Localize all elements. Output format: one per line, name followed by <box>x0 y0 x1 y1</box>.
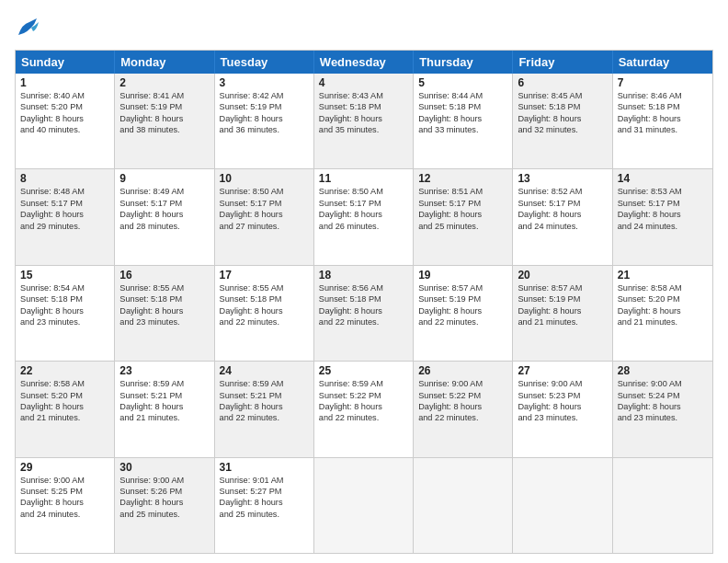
cell-info: Sunset: 5:25 PM <box>20 486 109 497</box>
calendar-cell: 11Sunrise: 8:50 AMSunset: 5:17 PMDayligh… <box>314 169 414 264</box>
cell-info: Sunrise: 9:00 AM <box>418 378 507 389</box>
cell-info: Sunset: 5:26 PM <box>119 486 209 497</box>
cell-info: Sunset: 5:19 PM <box>518 293 607 304</box>
day-number: 7 <box>618 76 708 89</box>
calendar-cell: 21Sunrise: 8:58 AMSunset: 5:20 PMDayligh… <box>613 266 712 361</box>
day-number: 3 <box>220 76 309 89</box>
cell-info: Daylight: 8 hours <box>618 113 708 124</box>
cell-info: Sunset: 5:17 PM <box>518 198 607 209</box>
calendar: SundayMondayTuesdayWednesdayThursdayFrid… <box>15 50 713 554</box>
header-day-wednesday: Wednesday <box>314 51 414 74</box>
cell-info: Sunrise: 8:52 AM <box>518 186 607 197</box>
cell-info: Daylight: 8 hours <box>20 305 109 316</box>
cell-info: Daylight: 8 hours <box>119 209 209 220</box>
cell-info: and 22 minutes. <box>319 412 408 423</box>
calendar-cell <box>414 458 513 553</box>
day-number: 25 <box>319 364 408 377</box>
day-number: 5 <box>418 76 507 89</box>
cell-info: Sunset: 5:22 PM <box>319 390 408 401</box>
cell-info: Daylight: 8 hours <box>220 401 309 412</box>
cell-info: Sunset: 5:24 PM <box>618 390 708 401</box>
day-number: 26 <box>418 364 507 377</box>
day-number: 18 <box>319 269 408 282</box>
cell-info: Daylight: 8 hours <box>20 497 109 508</box>
header-day-friday: Friday <box>513 51 612 74</box>
cell-info: Daylight: 8 hours <box>20 401 109 412</box>
day-number: 28 <box>618 364 708 377</box>
calendar-cell: 12Sunrise: 8:51 AMSunset: 5:17 PMDayligh… <box>414 169 513 264</box>
cell-info: Daylight: 8 hours <box>518 113 607 124</box>
day-number: 31 <box>220 461 309 474</box>
cell-info: Sunset: 5:17 PM <box>418 198 507 209</box>
cell-info: and 21 minutes. <box>119 412 209 423</box>
cell-info: Sunrise: 8:54 AM <box>20 282 109 293</box>
cell-info: Sunrise: 8:58 AM <box>20 378 109 389</box>
cell-info: Sunset: 5:19 PM <box>220 101 309 112</box>
cell-info: Sunset: 5:18 PM <box>319 293 408 304</box>
day-number: 1 <box>20 76 109 89</box>
cell-info: Sunset: 5:20 PM <box>618 293 708 304</box>
cell-info: Sunset: 5:18 PM <box>20 293 109 304</box>
cell-info: and 36 minutes. <box>220 124 309 135</box>
cell-info: Daylight: 8 hours <box>319 305 408 316</box>
cell-info: Sunrise: 9:00 AM <box>518 378 607 389</box>
cell-info: Daylight: 8 hours <box>119 497 209 508</box>
cell-info: Daylight: 8 hours <box>220 305 309 316</box>
cell-info: Daylight: 8 hours <box>319 401 408 412</box>
cell-info: and 24 minutes. <box>618 221 708 232</box>
calendar-cell: 18Sunrise: 8:56 AMSunset: 5:18 PMDayligh… <box>314 266 414 361</box>
day-number: 27 <box>518 364 607 377</box>
cell-info: Daylight: 8 hours <box>119 305 209 316</box>
calendar-cell: 6Sunrise: 8:45 AMSunset: 5:18 PMDaylight… <box>513 74 612 168</box>
cell-info: Daylight: 8 hours <box>418 113 507 124</box>
header-day-thursday: Thursday <box>414 51 513 74</box>
calendar-cell: 30Sunrise: 9:00 AMSunset: 5:26 PMDayligh… <box>115 458 214 553</box>
cell-info: Sunrise: 8:48 AM <box>20 186 109 197</box>
cell-info: and 22 minutes. <box>220 316 309 327</box>
day-number: 10 <box>220 172 309 185</box>
day-number: 11 <box>319 172 408 185</box>
cell-info: Daylight: 8 hours <box>418 209 507 220</box>
calendar-row-0: 1Sunrise: 8:40 AMSunset: 5:20 PMDaylight… <box>16 74 712 168</box>
day-number: 16 <box>119 269 209 282</box>
cell-info: Sunset: 5:21 PM <box>119 390 209 401</box>
cell-info: Sunset: 5:19 PM <box>119 101 209 112</box>
cell-info: and 38 minutes. <box>119 124 209 135</box>
calendar-cell: 23Sunrise: 8:59 AMSunset: 5:21 PMDayligh… <box>115 362 214 456</box>
cell-info: Sunrise: 8:59 AM <box>220 378 309 389</box>
calendar-cell: 10Sunrise: 8:50 AMSunset: 5:17 PMDayligh… <box>215 169 314 264</box>
calendar-cell: 14Sunrise: 8:53 AMSunset: 5:17 PMDayligh… <box>613 169 712 264</box>
calendar-cell: 9Sunrise: 8:49 AMSunset: 5:17 PMDaylight… <box>115 169 214 264</box>
calendar-row-4: 29Sunrise: 9:00 AMSunset: 5:25 PMDayligh… <box>16 457 712 553</box>
cell-info: Sunrise: 9:01 AM <box>220 475 309 486</box>
cell-info: and 26 minutes. <box>319 221 408 232</box>
day-number: 23 <box>119 364 209 377</box>
cell-info: and 32 minutes. <box>518 124 607 135</box>
calendar-cell <box>613 458 712 553</box>
cell-info: and 23 minutes. <box>518 412 607 423</box>
day-number: 21 <box>618 269 708 282</box>
calendar-cell: 5Sunrise: 8:44 AMSunset: 5:18 PMDaylight… <box>414 74 513 168</box>
cell-info: Sunrise: 8:49 AM <box>119 186 209 197</box>
cell-info: and 21 minutes. <box>618 316 708 327</box>
cell-info: Daylight: 8 hours <box>220 209 309 220</box>
calendar-body: 1Sunrise: 8:40 AMSunset: 5:20 PMDaylight… <box>16 74 712 553</box>
day-number: 4 <box>319 76 408 89</box>
day-number: 6 <box>518 76 607 89</box>
cell-info: Sunset: 5:17 PM <box>220 198 309 209</box>
cell-info: and 21 minutes. <box>20 412 109 423</box>
cell-info: Sunrise: 8:59 AM <box>319 378 408 389</box>
cell-info: Daylight: 8 hours <box>618 401 708 412</box>
cell-info: Sunset: 5:18 PM <box>220 293 309 304</box>
cell-info: and 22 minutes. <box>418 316 507 327</box>
calendar-cell: 7Sunrise: 8:46 AMSunset: 5:18 PMDaylight… <box>613 74 712 168</box>
calendar-cell: 2Sunrise: 8:41 AMSunset: 5:19 PMDaylight… <box>115 74 214 168</box>
cell-info: Sunrise: 8:51 AM <box>418 186 507 197</box>
cell-info: Sunset: 5:23 PM <box>518 390 607 401</box>
calendar-row-3: 22Sunrise: 8:58 AMSunset: 5:20 PMDayligh… <box>16 361 712 456</box>
logo <box>15 15 44 40</box>
cell-info: Sunrise: 8:57 AM <box>518 282 607 293</box>
cell-info: and 25 minutes. <box>418 221 507 232</box>
cell-info: Sunset: 5:17 PM <box>618 198 708 209</box>
cell-info: Sunset: 5:18 PM <box>418 101 507 112</box>
